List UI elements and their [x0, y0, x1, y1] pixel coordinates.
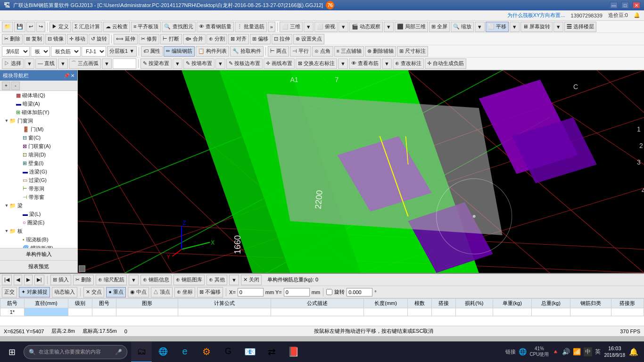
taskbar-app-email[interactable]: 📧 — [239, 342, 260, 362]
zoom-dropdown[interactable]: ▼ — [475, 22, 485, 32]
tree-item-bi-kan[interactable]: ⊞ 壁龛(I) — [0, 159, 77, 167]
by-beam-button[interactable]: ✎ 按梁布置 — [140, 58, 172, 69]
tree-item-lian-liang[interactable]: ▬ 连梁(G) — [0, 167, 77, 176]
ime-zh[interactable]: 中 — [584, 347, 592, 356]
define-button[interactable]: ▶ 定义 — [50, 22, 71, 32]
tree-item-menchuang-dong[interactable]: ▼ 📁 门窗洞 — [0, 116, 77, 125]
tree-item-qiti-qiang[interactable]: ▦ 砌体墙(Q) — [0, 91, 77, 99]
trim-button[interactable]: ✂ 修剪 — [139, 34, 159, 44]
swap-mark-button[interactable]: ⊠ 交换左右标注 — [296, 58, 337, 69]
taskbar-app-ie[interactable]: e — [174, 342, 195, 362]
arc-tool[interactable]: ⌒ 三点画弧 — [69, 58, 101, 69]
delete-button[interactable]: ✂ 删除 — [2, 34, 23, 44]
start-button[interactable]: ⊞ — [0, 342, 24, 362]
pan-dropdown[interactable]: ▼ — [510, 22, 520, 32]
taskbar-app-chrome[interactable]: G — [218, 342, 239, 362]
single-component-input-btn[interactable]: 单构件输入 — [0, 248, 77, 261]
point-angle-button[interactable]: ⊙ 点角 — [312, 46, 333, 57]
property-button[interactable]: 🏷 属性 — [141, 46, 163, 57]
component-list-button[interactable]: 📋 构件列表 — [196, 46, 229, 57]
redo-button[interactable]: ↪ — [36, 22, 45, 32]
view-layout-button[interactable]: 👁 查看布筋 — [349, 58, 381, 69]
tree-item-quan-liang[interactable]: ○ 圈梁(E) — [0, 218, 77, 227]
cell-desc[interactable] — [271, 308, 364, 316]
division-dropdown[interactable]: 分层板1 ▼ — [107, 46, 137, 57]
zoom-button[interactable]: 🔍 缩放 — [451, 22, 474, 32]
nav-next[interactable]: ▶ — [24, 275, 33, 285]
nav-last[interactable]: ▶| — [34, 275, 44, 285]
delete-rebar-btn[interactable]: ✂ 删除 — [73, 275, 94, 285]
search-box[interactable]: 🔍 在这里输入你要搜索的内容 🎤 — [24, 345, 127, 359]
sidebar-add-btn[interactable]: + — [2, 82, 10, 90]
view-layout-dropdown[interactable]: ▼ — [382, 58, 392, 69]
fullscreen-button[interactable]: ⊞ 全屏 — [429, 22, 450, 32]
find-element-button[interactable]: 🔍 查找图元 — [162, 22, 195, 32]
tree-item-men[interactable]: 🚪 门(M) — [0, 125, 77, 133]
tree-item-chuang[interactable]: ⊟ 窗(C) — [0, 133, 77, 142]
cell-splice-type[interactable] — [611, 308, 644, 316]
dynamic-observe-button[interactable]: 🎬 动态观察 — [349, 22, 383, 32]
check-mark-button[interactable]: ⊕ 查改标注 — [393, 58, 424, 69]
volume-icon[interactable]: 🔊 — [562, 348, 570, 355]
no-offset-btn[interactable]: ⊠ 不偏移 — [197, 287, 223, 297]
tray-icon-up[interactable]: 🔺 — [552, 348, 559, 355]
nav-first[interactable]: |◀ — [2, 275, 12, 285]
break-button[interactable]: ⊢ 打断 — [160, 34, 182, 44]
rotate-button[interactable]: ↺ 旋转 — [89, 34, 109, 44]
line-dropdown[interactable]: ▼ — [58, 58, 68, 69]
offset-button[interactable]: ⊞ 偏移 — [250, 34, 271, 44]
tree-item-liang-l[interactable]: ▬ 梁(L) — [0, 210, 77, 218]
3d-dropdown[interactable]: ▼ — [304, 22, 314, 32]
tree-item-an-liang[interactable]: ▬ 暗梁(A) — [0, 99, 77, 108]
rebar-library-btn[interactable]: ⊕ 钢筋图库 — [173, 275, 205, 285]
copy-button[interactable]: ⊞ 复制 — [24, 34, 44, 44]
canvas-area[interactable]: 2200 1660 A1 7 C 3 4 2 1 X Z Y — [78, 70, 644, 273]
endpoint-btn[interactable]: △ 顶点 — [151, 287, 173, 297]
maximize-button[interactable]: □ — [621, 2, 629, 8]
swap-mark-dropdown[interactable]: ▼ — [338, 58, 348, 69]
view-rebar-button[interactable]: 👁 查看钢筋量 — [197, 22, 234, 32]
cell-length[interactable] — [364, 308, 408, 316]
tree-item-guo-liang[interactable]: ▭ 过梁(G) — [0, 176, 77, 184]
nav-prev[interactable]: ◀ — [14, 275, 22, 285]
three-point-axis-button[interactable]: ≡ 三点辅轴 — [334, 46, 364, 57]
notification-btn[interactable]: 🔔 — [629, 347, 638, 356]
by-wall-dropdown[interactable]: ▼ — [215, 58, 225, 69]
code-select[interactable]: FJ-1 — [82, 46, 106, 57]
type-select[interactable]: 板 — [31, 46, 50, 57]
taskbar-app-browser1[interactable]: 🌐 — [153, 342, 173, 362]
3d-button[interactable]: ⬜ 三维 — [280, 22, 303, 32]
taskbar-app-pdf[interactable]: 📕 — [283, 342, 304, 362]
tree-item-dai-xing-dong[interactable]: ⊢ 带形洞 — [0, 184, 77, 193]
report-preview-btn[interactable]: 报表预览 — [0, 261, 77, 273]
corner-resize-icon[interactable] — [79, 265, 85, 272]
arc-dropdown[interactable]: ▼ — [102, 58, 112, 69]
tree-item-qiang-dong[interactable]: ⊡ 墙洞(D) — [0, 150, 77, 159]
edit-rebar-button[interactable]: ✏ 编辑钢筋 — [164, 46, 195, 57]
intersection-btn[interactable]: ✕ 交点 — [83, 287, 104, 297]
by-slab-edge-button[interactable]: ✎ 按板边布置 — [226, 58, 263, 69]
scale-rebar-btn[interactable]: ⊕ 缩尺配筋 — [96, 275, 127, 285]
sidebar-minus-btn[interactable]: - — [11, 82, 20, 90]
tree-item-liang[interactable]: ▼ 📁 梁 — [0, 201, 77, 210]
tree-item-qiti-jiajin[interactable]: ⊞ 砌体加筋(Y) — [0, 108, 77, 116]
other-dropdown[interactable]: ▼ — [229, 275, 239, 285]
tree-item-dai-xing-chuang[interactable]: ⊣ 带形窗 — [0, 193, 77, 201]
move-button[interactable]: ✛ 移动 — [67, 34, 88, 44]
align-button[interactable]: ⊠ 对齐 — [228, 34, 249, 44]
extend-button[interactable]: ⟺ 延伸 — [114, 34, 138, 44]
layer-select[interactable]: 第6层 — [2, 46, 30, 57]
by-wall-button[interactable]: ✎ 按墙布置 — [183, 58, 215, 69]
partial-3d-button[interactable]: ⬛ 局部三维 — [395, 22, 428, 32]
cell-formula[interactable] — [178, 308, 271, 316]
align-top-button[interactable]: ≡ 平齐板顶 — [131, 22, 161, 32]
x-input[interactable] — [238, 288, 264, 296]
coord-btn[interactable]: ⊕ 坐标 — [174, 287, 195, 297]
select-floor-button[interactable]: ☰ 选择楼层 — [564, 22, 596, 32]
draw-line-button[interactable]: ✛ 画线布置 — [264, 58, 295, 69]
cell-count[interactable] — [408, 308, 432, 316]
cloud-check-button[interactable]: ☁ 云检查 — [103, 22, 130, 32]
angle-input[interactable] — [347, 288, 372, 296]
notify-icon[interactable]: 🔔 — [634, 12, 640, 18]
screen-rotate-button[interactable]: 🖥 屏幕旋转 — [520, 22, 553, 32]
